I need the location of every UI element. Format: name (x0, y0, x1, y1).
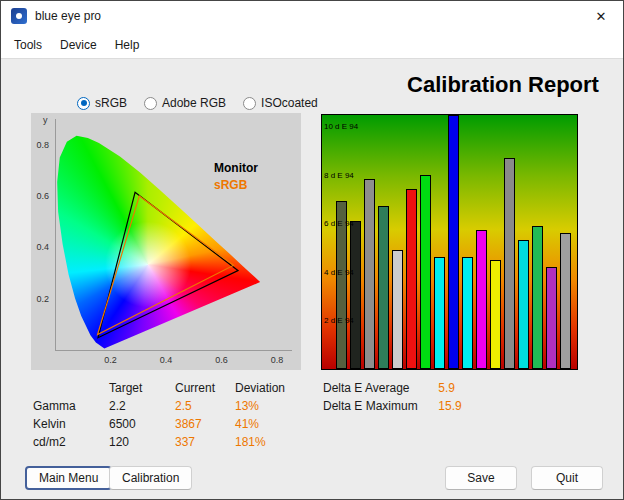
radio-isocoated[interactable]: ISOcoated (243, 96, 318, 110)
save-button[interactable]: Save (445, 466, 517, 490)
measurement-target: 6500 (109, 417, 175, 431)
window-title: blue eye pro (35, 9, 579, 23)
measurements-table: TargetCurrentDeviationGamma2.22.513%Kelv… (33, 381, 309, 449)
menu-item-help[interactable]: Help (106, 34, 149, 56)
y-tick-label: 0.6 (36, 191, 49, 201)
radio-label: ISOcoated (261, 96, 318, 110)
measurement-label: Kelvin (33, 417, 109, 431)
delta-e-ytick-label: 6 d E 94 (324, 219, 354, 228)
measurements-header: Current (175, 381, 235, 395)
content-area: Calibration Report sRGBAdobe RGBISOcoate… (1, 59, 623, 499)
measurement-deviation: 41% (235, 417, 309, 431)
app-icon (11, 8, 27, 24)
quit-button[interactable]: Quit (531, 466, 603, 490)
colorspace-options: sRGBAdobe RGBISOcoated (77, 96, 318, 110)
delta-e-chart: 10 d E 948 d E 946 d E 944 d E 942 d E 9… (321, 114, 578, 370)
app-window: blue eye pro ✕ ToolsDeviceHelp Calibrati… (0, 0, 624, 500)
gamut-triangles (56, 119, 292, 350)
chromaticity-plot (55, 119, 292, 351)
radio-label: sRGB (95, 96, 127, 110)
x-axis-ticks: 0.20.40.60.8 (55, 355, 291, 365)
gamut-triangle-srgb (98, 196, 234, 335)
delta-e-ytick-label: 8 d E 94 (324, 170, 354, 179)
y-tick-label: 0.2 (36, 294, 49, 304)
measurement-label: cd/m2 (33, 435, 109, 449)
measurements-header: Target (109, 381, 175, 395)
delta-e-axis-labels: 10 d E 948 d E 946 d E 944 d E 942 d E 9… (322, 115, 577, 369)
main-menu-button[interactable]: Main Menu (25, 466, 112, 490)
legend-monitor: Monitor (214, 161, 258, 175)
menu-item-tools[interactable]: Tools (5, 34, 51, 56)
page-title: Calibration Report (389, 72, 617, 98)
radio-adobe-rgb[interactable]: Adobe RGB (144, 96, 226, 110)
delta-e-maximum-row: Delta E Maximum 15.9 (323, 399, 462, 413)
menu-bar: ToolsDeviceHelp (1, 31, 623, 59)
legend-srgb: sRGB (214, 178, 247, 192)
chromaticity-diagram: y 0.20.40.60.8 0.20.40.60.8 Monitor sRGB (31, 113, 301, 370)
radio-icon (144, 97, 157, 110)
y-axis-ticks: 0.20.40.60.8 (31, 119, 52, 350)
measurement-target: 2.2 (109, 399, 175, 413)
delta-e-summary: Delta E Average 5.9 Delta E Maximum 15.9 (323, 381, 462, 417)
delta-e-average-value: 5.9 (438, 381, 455, 395)
x-tick-label: 0.4 (160, 355, 173, 365)
measurement-current: 2.5 (175, 399, 235, 413)
calibration-button[interactable]: Calibration (109, 466, 192, 490)
radio-icon (243, 97, 256, 110)
delta-e-ytick-label: 2 d E 94 (324, 316, 354, 325)
measurement-current: 3867 (175, 417, 235, 431)
measurement-current: 337 (175, 435, 235, 449)
title-bar: blue eye pro ✕ (1, 1, 623, 31)
y-tick-label: 0.4 (36, 242, 49, 252)
measurement-label: Gamma (33, 399, 109, 413)
measurement-target: 120 (109, 435, 175, 449)
x-tick-label: 0.2 (104, 355, 117, 365)
delta-e-maximum-value: 15.9 (438, 399, 461, 413)
radio-srgb[interactable]: sRGB (77, 96, 127, 110)
radio-icon (77, 97, 90, 110)
menu-item-device[interactable]: Device (51, 34, 106, 56)
delta-e-ytick-label: 10 d E 94 (324, 122, 358, 131)
measurements-header (33, 381, 109, 395)
delta-e-maximum-label: Delta E Maximum (323, 399, 435, 413)
x-tick-label: 0.6 (215, 355, 228, 365)
measurement-deviation: 181% (235, 435, 309, 449)
close-button[interactable]: ✕ (579, 1, 623, 31)
delta-e-average-row: Delta E Average 5.9 (323, 381, 462, 395)
delta-e-ytick-label: 4 d E 94 (324, 268, 354, 277)
delta-e-average-label: Delta E Average (323, 381, 435, 395)
y-tick-label: 0.8 (36, 140, 49, 150)
measurement-deviation: 13% (235, 399, 309, 413)
measurements-header: Deviation (235, 381, 309, 395)
radio-label: Adobe RGB (162, 96, 226, 110)
x-tick-label: 0.8 (271, 355, 284, 365)
